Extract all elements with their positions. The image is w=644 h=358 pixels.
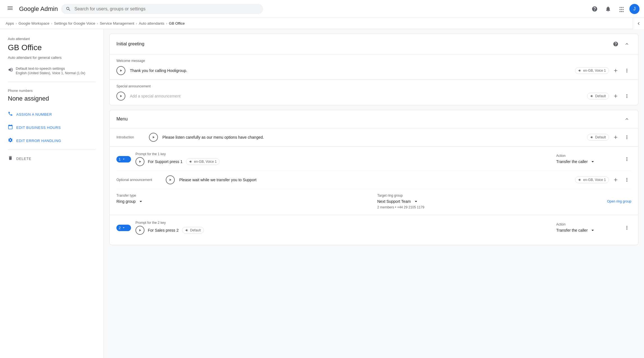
user-avatar[interactable]: J	[629, 4, 640, 14]
key1-section: 1 Prompt for the 1 key	[109, 147, 638, 215]
more-intro-button[interactable]	[622, 133, 631, 142]
breadcrumb-chevron: ›	[51, 21, 52, 25]
sidebar: Auto attendant GB Office Auto attendant …	[0, 29, 104, 358]
key2-prompt-label: Prompt for the 2 key	[135, 221, 552, 225]
breadcrumb-chevron: ›	[16, 21, 17, 25]
key1-prompt-content: For Support press 1 en-GB, Voice 1	[135, 157, 552, 166]
key1-voice-chip[interactable]: en-GB, Voice 1	[186, 158, 220, 165]
breadcrumb-chevron: ›	[136, 21, 137, 25]
key2-section: 2 Prompt for the 2 key	[109, 215, 638, 245]
special-voice-chip[interactable]: Default	[587, 93, 609, 99]
special-announcement-group: Special announcement Add a special annou…	[110, 80, 638, 105]
welcome-voice-label: en-GB, Voice 1	[583, 69, 606, 73]
help-icon-button[interactable]	[611, 39, 620, 48]
key2-action-select[interactable]: Transfer the caller	[556, 227, 618, 233]
play-intro-button[interactable]	[149, 133, 158, 142]
optional-voice-icon	[578, 178, 582, 182]
notifications-button[interactable]	[602, 3, 614, 15]
ring-group-value: Next Support Team	[377, 199, 411, 204]
search-bar[interactable]	[61, 4, 263, 14]
welcome-text: Thank you for calling Hooligroup.	[130, 68, 571, 73]
breadcrumb-workspace[interactable]: Google Workspace	[19, 21, 49, 25]
menu-section: Menu Introduction Please listen carefull…	[109, 110, 638, 245]
error-handling-label: EDIT ERROR HANDLING	[16, 139, 61, 143]
help-button[interactable]	[589, 3, 600, 15]
open-ring-group-link[interactable]: Open ring group	[607, 199, 631, 203]
menu-icon[interactable]	[4, 3, 16, 15]
key1-badge[interactable]: 1	[116, 156, 131, 162]
key1-prompt-text: For Support press 1	[148, 159, 183, 164]
key2-action-chevron	[590, 227, 595, 233]
tts-value: English (United States), Voice 1, Normal…	[16, 71, 85, 75]
optional-voice-chip[interactable]: en-GB, Voice 1	[575, 176, 609, 183]
search-icon	[66, 6, 71, 12]
transfer-type-chevron	[138, 199, 144, 204]
add-intro-button[interactable]	[611, 133, 620, 142]
play-welcome-button[interactable]	[116, 66, 125, 75]
collapse-menu-button[interactable]	[622, 115, 631, 124]
optional-text: Please wait while we transfer you to Sup…	[179, 178, 571, 182]
tts-label: Default text-to-speech settings	[16, 66, 85, 71]
ring-group-chevron	[413, 199, 419, 204]
more-welcome-button[interactable]	[622, 66, 631, 75]
more-optional-button[interactable]	[622, 175, 631, 184]
key1-voice-label: en-GB, Voice 1	[194, 160, 217, 164]
add-special-button[interactable]	[611, 92, 620, 101]
settings-icon	[8, 138, 13, 144]
play-special-button[interactable]	[116, 92, 125, 101]
breadcrumb: Apps › Google Workspace › Settings for G…	[0, 18, 644, 29]
key2-prompt-col: Prompt for the 2 key For Sales press 2	[135, 221, 552, 235]
delete-icon	[8, 155, 13, 162]
key2-action-label: Action	[556, 222, 618, 226]
breadcrumb-settings[interactable]: Settings for Google Voice	[54, 21, 95, 25]
add-optional-button[interactable]	[611, 175, 620, 184]
transfer-type-value: Ring group	[116, 199, 136, 204]
intro-voice-icon	[590, 135, 594, 139]
delete-button[interactable]: DELETE	[8, 152, 31, 165]
special-actions: Default	[587, 92, 631, 101]
breadcrumb-apps[interactable]: Apps	[6, 21, 14, 25]
welcome-actions: en-GB, Voice 1	[575, 66, 631, 75]
assign-number-button[interactable]: ASSIGN A NUMBER	[8, 108, 52, 121]
content-area: Initial greeting Welcome m	[104, 29, 644, 358]
play-key2-button[interactable]	[135, 226, 144, 235]
business-hours-label: EDIT BUSINESS HOURS	[16, 125, 61, 130]
menu-header[interactable]: Menu	[109, 110, 638, 128]
welcome-voice-chip[interactable]: en-GB, Voice 1	[575, 67, 609, 74]
ring-group-select[interactable]: Next Support Team	[377, 199, 419, 204]
key1-action-select[interactable]: Transfer the caller	[556, 159, 618, 164]
right-panel-collapse[interactable]	[633, 18, 644, 29]
key2-voice-chip[interactable]: Default	[182, 227, 204, 234]
edit-business-hours-button[interactable]: EDIT BUSINESS HOURS	[8, 121, 61, 134]
search-input[interactable]	[74, 6, 259, 11]
key2-badge[interactable]: 2	[116, 225, 131, 231]
tts-settings: Default text-to-speech settings English …	[8, 66, 96, 82]
collapse-greeting-button[interactable]	[622, 39, 631, 48]
breadcrumb-auto-attendants[interactable]: Auto attendants	[139, 21, 164, 25]
grid-apps-button[interactable]	[616, 3, 627, 15]
breadcrumb-service-mgmt[interactable]: Service Management	[100, 21, 134, 25]
optional-row: Optional announcement Please wait while …	[116, 171, 631, 184]
assign-number-label: ASSIGN A NUMBER	[16, 112, 52, 117]
intro-voice-chip[interactable]: Default	[587, 134, 609, 141]
initial-greeting-header[interactable]: Initial greeting	[110, 34, 638, 54]
more-key1-button[interactable]	[622, 155, 631, 164]
breadcrumb-chevron: ›	[166, 21, 167, 25]
intro-text: Please listen carefully as our menu opti…	[162, 135, 583, 140]
transfer-type-label: Transfer type	[116, 194, 371, 197]
more-special-button[interactable]	[622, 92, 631, 101]
play-key1-button[interactable]	[135, 157, 144, 166]
edit-error-handling-button[interactable]: EDIT ERROR HANDLING	[8, 134, 61, 147]
transfer-type-select[interactable]: Ring group	[116, 199, 371, 204]
play-optional-button[interactable]	[166, 175, 175, 184]
more-key2-button[interactable]	[622, 223, 631, 232]
phone-section-label: Phone numbers	[8, 89, 96, 93]
key1-action-chevron	[590, 159, 595, 164]
key1-header: 1 Prompt for the 1 key	[116, 152, 631, 166]
main-layout: Auto attendant GB Office Auto attendant …	[0, 29, 644, 358]
add-welcome-button[interactable]	[611, 66, 620, 75]
ring-group-label: Target ring group	[377, 194, 631, 197]
top-navigation: Google Admin J	[0, 0, 644, 18]
key2-voice-icon	[185, 228, 189, 232]
phone-icon	[8, 111, 13, 118]
